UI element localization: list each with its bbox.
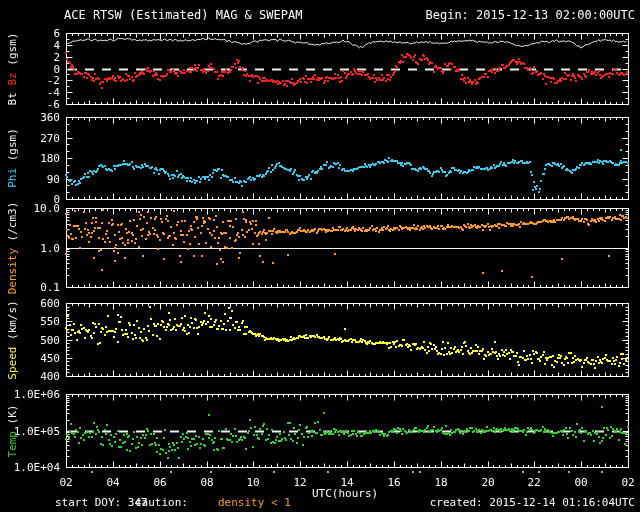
x-tick-label: 08 bbox=[193, 477, 221, 489]
y-axis-label-bt_bz: Bt Bz (gsm) bbox=[6, 32, 19, 105]
y-axis-label-part: (gsm) bbox=[6, 128, 19, 168]
x-tick-label: 02 bbox=[52, 477, 80, 489]
x-tick-label: 06 bbox=[146, 477, 174, 489]
y-tick-label: 1.0E+04 bbox=[0, 462, 60, 473]
y-axis-label-part: Bz bbox=[6, 72, 19, 85]
x-tick-label: 22 bbox=[520, 477, 548, 489]
x-tick-label: 10 bbox=[239, 477, 267, 489]
x-axis-label: UTC(hours) bbox=[312, 488, 378, 500]
x-tick-label: 12 bbox=[286, 477, 314, 489]
footer-start-doy: start DOY: 347 bbox=[55, 497, 148, 509]
y-axis-label-part: (K) bbox=[6, 404, 19, 431]
x-tick-label: 20 bbox=[474, 477, 502, 489]
chart-title: ACE RTSW (Estimated) MAG & SWEPAM bbox=[64, 9, 302, 21]
x-tick-label: 18 bbox=[427, 477, 455, 489]
y-axis-label-part: Speed bbox=[6, 346, 19, 379]
x-tick-label: 16 bbox=[380, 477, 408, 489]
y-axis-label-part: Density bbox=[6, 248, 19, 294]
y-tick-label: 1.0E+06 bbox=[0, 389, 60, 400]
y-axis-label-part: (gsm) bbox=[6, 32, 19, 72]
y-axis-label-part: Temp bbox=[6, 431, 19, 458]
y-axis-label-speed: Speed (km/s) bbox=[6, 300, 19, 379]
footer-created-timestamp: created: 2015-12-14 01:16:04UTC bbox=[430, 497, 635, 509]
y-axis-label-part: (km/s) bbox=[6, 300, 19, 346]
y-axis-label-phi: Phi (gsm) bbox=[6, 128, 19, 188]
plot-canvas bbox=[0, 0, 640, 512]
x-tick-label: 02 bbox=[614, 477, 640, 489]
y-axis-label-part: (/cm3) bbox=[6, 201, 19, 247]
y-axis-label-density: Density (/cm3) bbox=[6, 201, 19, 294]
x-tick-label: 00 bbox=[567, 477, 595, 489]
ace-rtsw-plot: ACE RTSW (Estimated) MAG & SWEPAM Begin:… bbox=[0, 0, 640, 512]
y-tick-label: 360 bbox=[0, 112, 60, 123]
footer-caution-value: density < 1 bbox=[218, 497, 291, 509]
footer-caution-label: caution: bbox=[135, 497, 188, 509]
x-tick-label: 04 bbox=[99, 477, 127, 489]
y-axis-label-part: Phi bbox=[6, 168, 19, 188]
y-axis-label-temp: Temp (K) bbox=[6, 404, 19, 457]
y-axis-label-part: Bt bbox=[6, 85, 19, 105]
begin-timestamp-label: Begin: 2015-12-13 02:00:00UTC bbox=[425, 9, 635, 21]
